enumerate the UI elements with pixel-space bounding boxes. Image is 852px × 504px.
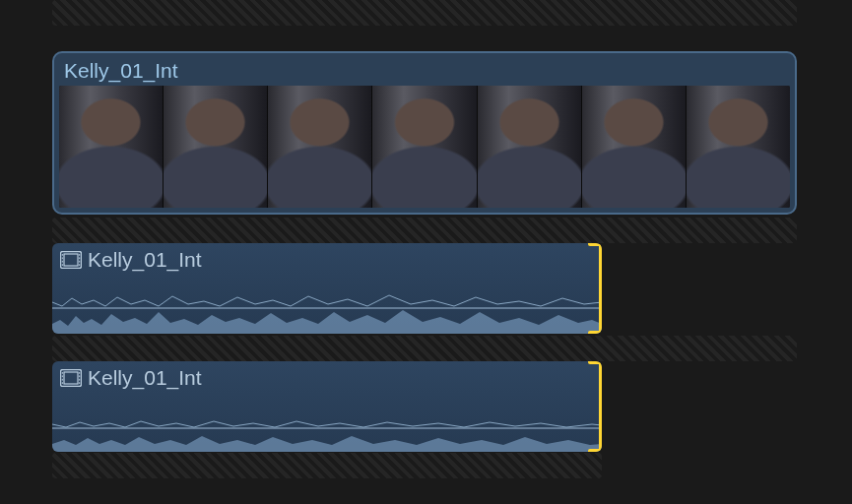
- thumbnail-frame: [59, 86, 163, 208]
- svg-rect-7: [64, 372, 78, 384]
- thumbnail-frame: [581, 86, 686, 208]
- video-media-icon: [60, 369, 82, 387]
- thumbnail-frame: [477, 86, 581, 208]
- track-spacer: [52, 218, 797, 243]
- thumbnail-frame: [267, 86, 371, 208]
- svg-marker-4: [52, 310, 602, 334]
- audio-clip[interactable]: Kelly_01_Int: [52, 361, 602, 452]
- track-spacer: [52, 0, 797, 26]
- filmstrip: [59, 86, 790, 208]
- video-clip[interactable]: Kelly_01_Int: [52, 51, 797, 215]
- track-spacer: [52, 336, 797, 361]
- svg-marker-10: [52, 436, 602, 452]
- video-media-icon: [60, 251, 82, 269]
- clip-title: Kelly_01_Int: [88, 366, 202, 390]
- audio-waveform: [52, 401, 602, 452]
- thumbnail-frame: [163, 86, 267, 208]
- audio-clip[interactable]: Kelly_01_Int: [52, 243, 602, 334]
- svg-rect-1: [64, 254, 78, 266]
- clip-title: Kelly_01_Int: [88, 248, 202, 272]
- thumbnail-frame: [371, 86, 476, 208]
- track-spacer: [52, 453, 602, 478]
- audio-waveform: [52, 283, 602, 334]
- clip-title: Kelly_01_Int: [54, 53, 795, 85]
- thumbnail-frame: [686, 86, 790, 208]
